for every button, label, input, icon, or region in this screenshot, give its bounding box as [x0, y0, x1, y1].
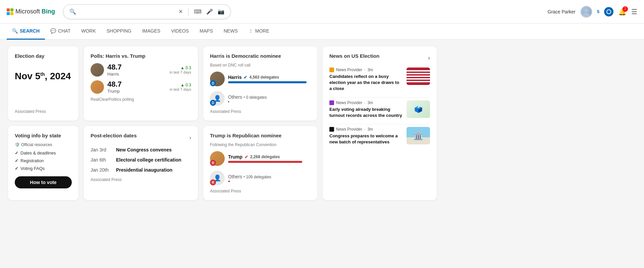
trump-name: Trump [107, 89, 166, 94]
nav-label-chat: CHAT [58, 28, 70, 34]
nav-item-videos[interactable]: VIDEOS [166, 24, 194, 40]
trump-avatar [91, 80, 104, 94]
voting-info-card: Voting info by state 🛡️ Official resourc… [8, 126, 78, 200]
trump-others-bar [228, 181, 230, 182]
news-content-3: News Provider · 3m Congress prepares to … [329, 127, 402, 145]
election-day-card: Election day Nov 5th, 2024 Associated Pr… [8, 46, 78, 121]
trump-change-value: ▲ 0.3 [180, 83, 191, 87]
svg-point-0 [584, 8, 588, 12]
header: Microsoft Bing 🔍 us election ✕ ⌨ 🎤 📷 Gra… [0, 0, 644, 24]
news-thumbnail-1 [407, 68, 430, 85]
trump-nominee-name: Trump ✔ 2,268 delegates [228, 154, 311, 160]
election-date: Nov 5th, 2024 [15, 71, 72, 82]
news-item-3[interactable]: News Provider · 3m Congress prepares to … [329, 127, 430, 145]
search-input[interactable]: us election [77, 9, 178, 15]
news-thumbnail-3: 🏛️ [407, 127, 430, 144]
logo[interactable]: Microsoft Bing [7, 8, 55, 15]
menu-button[interactable]: ☰ [631, 8, 637, 16]
voting-list-item-1[interactable]: Dates & deadlines [15, 150, 72, 155]
how-to-vote-button[interactable]: How to vote [15, 176, 72, 188]
harris-nominee-subtitle: Based on DNC roll call [210, 63, 311, 68]
post-date-row-1: Jan 3rd New Congress convenes [91, 147, 191, 152]
reward-icon[interactable] [604, 7, 613, 16]
post-date-3: Jan 20th [91, 167, 111, 173]
notification-badge: 2 [623, 6, 628, 12]
news-headline-1: Candidates reflect on a busy election ye… [329, 74, 402, 92]
news-dot-3: · [364, 127, 365, 132]
news-divider-1 [329, 97, 430, 98]
nav-label-videos: VIDEOS [171, 28, 189, 34]
polls-source: RealClearPolitics polling [91, 97, 191, 102]
news-meta-1: News Provider · 3m [329, 68, 402, 72]
post-election-source: Associated Press [91, 177, 191, 182]
nav-label-maps: MAPS [200, 28, 213, 34]
harris-poll-row: 48.7 Harris ▲ 0.3 in last 7 days [91, 63, 191, 77]
trump-others-row: 👤 R Others • 109 delegates [210, 171, 311, 185]
harris-nominee-info: Harris ✔ 4,563 delegates [228, 75, 311, 83]
search-bar: 🔍 us election ✕ ⌨ 🎤 📷 [63, 4, 231, 19]
others-bar [228, 101, 229, 102]
news-item-1[interactable]: News Provider · 3m Candidates reflect on… [329, 68, 430, 92]
trump-others-name: Others • 109 delegates [228, 174, 271, 179]
trump-poll-number: 48.7 [107, 80, 166, 89]
chat-nav-icon: 💬 [50, 28, 56, 34]
harris-others-name: Others • 0 delegates [228, 94, 267, 100]
nav-item-news[interactable]: NEWS [218, 24, 243, 40]
nav-label-shopping: SHOPPING [107, 28, 131, 34]
news-dot-2: · [364, 100, 365, 105]
harris-nominee-title: Harris is Democratic nominee [210, 53, 311, 59]
news-time-3: 3m [367, 127, 373, 132]
nav-item-more[interactable]: ⋮ MORE [243, 24, 275, 40]
nav-item-search[interactable]: 🔍 SEARCH [7, 24, 45, 40]
harris-row: D Harris ✔ 4,563 delegates [210, 72, 311, 86]
harris-nominee-header: Harris is Democratic nominee Based on DN… [210, 53, 311, 68]
news-title: News on US Election [329, 53, 379, 59]
news-headline-2: Early voting already breaking turnout re… [329, 106, 402, 119]
camera-icon[interactable]: 📷 [217, 8, 225, 15]
news-meta-2: News Provider · 3m [329, 100, 402, 105]
search-controls: ✕ ⌨ 🎤 📷 [178, 8, 225, 16]
news-provider-icon-3 [329, 127, 334, 132]
voting-list-item-3[interactable]: Voting FAQs [15, 166, 72, 171]
trump-nominee-subtitle: Following the Republican Convention [210, 142, 311, 147]
clear-button[interactable]: ✕ [178, 8, 183, 15]
news-provider-3: News Provider [336, 127, 362, 132]
harris-poll-number: 48.7 [107, 63, 166, 72]
trump-nominee-card: Trump is Republican nominee Following th… [203, 126, 317, 200]
search-nav-icon: 🔍 [12, 28, 18, 34]
logo-text: Microsoft Bing [15, 8, 55, 15]
voting-list-item-2[interactable]: Registration [15, 158, 72, 163]
news-divider-2 [329, 124, 430, 124]
nav-item-images[interactable]: IMAGES [137, 24, 166, 40]
nav-item-work[interactable]: WORK [76, 24, 101, 40]
nav-item-maps[interactable]: MAPS [194, 24, 218, 40]
user-name: Grace Parker [548, 9, 576, 14]
avatar[interactable] [580, 6, 592, 18]
trump-others-party-badge: R [210, 179, 216, 185]
post-election-header: Post-election dates › [91, 133, 191, 142]
nav-item-chat[interactable]: 💬 CHAT [45, 24, 76, 40]
harris-poll-info: 48.7 Harris [107, 63, 166, 77]
harris-progress-bar [228, 81, 307, 83]
nav-label-images: IMAGES [142, 28, 160, 34]
post-date-row-3: Jan 20th Presidential inauguration [91, 167, 191, 173]
mic-icon[interactable]: 🎤 [206, 8, 214, 15]
post-election-chevron-icon[interactable]: › [190, 135, 191, 141]
trump-party-badge: R [210, 160, 216, 166]
news-meta-3: News Provider · 3m [329, 127, 402, 132]
voting-resource: 🛡️ Official resources [15, 142, 72, 147]
trump-change-days: in last 7 days [170, 87, 191, 91]
nav-item-shopping[interactable]: SHOPPING [101, 24, 137, 40]
post-date-2: Jan 6th [91, 157, 111, 163]
trump-nominee-header: Trump is Republican nominee Following th… [210, 133, 311, 147]
shield-icon: 🛡️ [15, 142, 20, 147]
trump-nominee-info: Trump ✔ 2,268 delegates [228, 154, 311, 163]
keyboard-icon[interactable]: ⌨ [193, 8, 202, 15]
notification-button[interactable]: 🔔 2 [618, 8, 627, 16]
voting-list: Dates & deadlines Registration Voting FA… [15, 150, 72, 171]
news-item-2[interactable]: News Provider · 3m Early voting already … [329, 100, 430, 119]
news-chevron-icon[interactable]: › [428, 54, 430, 61]
harris-change-value: ▲ 0.3 [180, 65, 191, 70]
news-provider-2: News Provider [336, 100, 362, 105]
news-provider-icon-1 [329, 68, 334, 72]
